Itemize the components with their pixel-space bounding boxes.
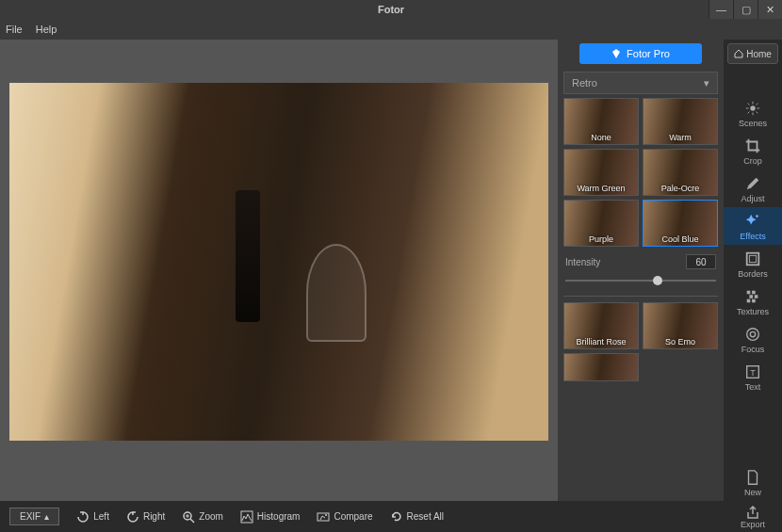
close-button[interactable]: ✕ bbox=[758, 0, 782, 19]
intensity-slider[interactable] bbox=[565, 273, 716, 288]
reset-all-button[interactable]: Reset All bbox=[390, 510, 444, 524]
svg-line-5 bbox=[748, 104, 750, 105]
minimize-button[interactable]: — bbox=[709, 0, 733, 19]
zoom-icon bbox=[182, 510, 195, 524]
tool-crop[interactable]: Crop bbox=[724, 132, 782, 169]
menubar: File Help bbox=[0, 19, 782, 40]
effect-pale-ocre[interactable]: Pale-Ocre bbox=[643, 149, 718, 196]
home-icon bbox=[734, 49, 743, 58]
tool-effects[interactable]: Effects bbox=[724, 207, 782, 245]
effect-cool-blue[interactable]: Cool Blue bbox=[643, 200, 718, 247]
rotate-left-icon bbox=[76, 510, 90, 524]
effect-warm[interactable]: Warm bbox=[643, 98, 718, 145]
svg-rect-15 bbox=[755, 295, 758, 298]
svg-rect-11 bbox=[749, 255, 756, 262]
sparkle-icon bbox=[744, 213, 761, 230]
svg-rect-17 bbox=[752, 299, 756, 303]
tool-focus[interactable]: Focus bbox=[724, 320, 782, 358]
panel-header: Fotor Pro bbox=[558, 40, 724, 68]
diamond-icon bbox=[611, 49, 621, 58]
tool-scenes[interactable]: Scenes bbox=[724, 94, 782, 132]
pro-label: Fotor Pro bbox=[627, 48, 670, 59]
titlebar: Fotor — ▢ ✕ bbox=[0, 0, 782, 19]
svg-rect-10 bbox=[747, 253, 759, 266]
svg-rect-14 bbox=[749, 295, 753, 298]
fotor-pro-button[interactable]: Fotor Pro bbox=[579, 43, 702, 64]
zoom-button[interactable]: Zoom bbox=[182, 510, 223, 524]
tool-text[interactable]: T Text bbox=[724, 358, 782, 395]
new-file-icon bbox=[744, 469, 761, 486]
effect-thumbnails: None Warm Warm Green Pale-Ocre Purple Co… bbox=[558, 94, 724, 250]
effect-none[interactable]: None bbox=[563, 98, 639, 145]
window-controls: — ▢ ✕ bbox=[709, 0, 782, 19]
exif-button[interactable]: EXIF ▴ bbox=[9, 508, 59, 525]
tool-export[interactable]: Export bbox=[724, 501, 782, 532]
app-title: Fotor bbox=[378, 4, 404, 15]
tool-adjust[interactable]: Adjust bbox=[724, 169, 782, 207]
compare-button[interactable]: Compare bbox=[317, 510, 372, 524]
tool-new[interactable]: New bbox=[724, 463, 782, 501]
main-area: Fotor Pro Retro ▾ None Warm Warm Green P… bbox=[0, 40, 782, 501]
text-icon: T bbox=[744, 363, 761, 380]
home-label: Home bbox=[746, 49, 772, 59]
tool-textures[interactable]: Textures bbox=[724, 282, 782, 320]
slider-line bbox=[565, 280, 716, 282]
svg-rect-12 bbox=[747, 291, 751, 295]
borders-icon bbox=[744, 250, 761, 267]
menu-file[interactable]: File bbox=[6, 24, 23, 35]
compare-icon bbox=[317, 510, 330, 524]
rotate-left-button[interactable]: Left bbox=[76, 510, 109, 524]
textures-icon bbox=[744, 288, 761, 305]
svg-point-19 bbox=[750, 331, 755, 336]
export-icon bbox=[745, 505, 760, 520]
svg-rect-16 bbox=[747, 299, 751, 303]
intensity-label: Intensity bbox=[565, 257, 600, 267]
svg-line-23 bbox=[190, 519, 194, 523]
effect-more[interactable] bbox=[563, 353, 639, 381]
svg-point-18 bbox=[747, 329, 759, 341]
effect-warm-green[interactable]: Warm Green bbox=[563, 149, 639, 196]
effect-brilliant-rose[interactable]: Brilliant Rose bbox=[563, 302, 639, 349]
sun-icon bbox=[744, 100, 761, 117]
chevron-down-icon: ▾ bbox=[704, 77, 709, 89]
reset-icon bbox=[390, 510, 403, 524]
right-sidebar: Home Scenes Crop Adjust Effects Borders … bbox=[724, 40, 782, 501]
rotate-right-button[interactable]: Right bbox=[126, 510, 165, 524]
pencil-icon bbox=[744, 175, 761, 192]
histogram-icon bbox=[240, 510, 253, 524]
crop-icon bbox=[744, 137, 761, 154]
rotate-right-icon bbox=[126, 510, 139, 524]
tool-borders[interactable]: Borders bbox=[724, 245, 782, 282]
effects-panel: Fotor Pro Retro ▾ None Warm Warm Green P… bbox=[558, 40, 724, 501]
menu-help[interactable]: Help bbox=[36, 24, 57, 35]
photo-preview[interactable] bbox=[9, 83, 548, 441]
maximize-button[interactable]: ▢ bbox=[733, 0, 758, 19]
effect-so-emo[interactable]: So Emo bbox=[643, 302, 718, 349]
category-label: Retro bbox=[572, 77, 597, 89]
home-button[interactable]: Home bbox=[727, 43, 778, 64]
svg-text:T: T bbox=[750, 368, 756, 378]
svg-point-0 bbox=[750, 105, 755, 110]
bottombar: EXIF ▴ Left Right Zoom Histogram Compare… bbox=[0, 501, 782, 532]
svg-point-28 bbox=[325, 514, 327, 516]
svg-line-6 bbox=[757, 112, 758, 114]
canvas-area bbox=[0, 40, 558, 501]
histogram-button[interactable]: Histogram bbox=[240, 510, 301, 524]
svg-line-8 bbox=[757, 104, 758, 105]
effect-thumbnails-2: Brilliant Rose So Emo bbox=[558, 298, 724, 385]
intensity-value[interactable]: 60 bbox=[686, 254, 716, 269]
svg-rect-13 bbox=[752, 291, 756, 295]
svg-line-7 bbox=[748, 112, 750, 114]
intensity-row: Intensity 60 bbox=[558, 250, 724, 273]
slider-knob[interactable] bbox=[653, 276, 662, 285]
svg-point-9 bbox=[756, 215, 758, 218]
effect-category-dropdown[interactable]: Retro ▾ bbox=[563, 72, 718, 94]
effect-purple[interactable]: Purple bbox=[563, 200, 639, 247]
focus-icon bbox=[744, 326, 761, 343]
divider bbox=[563, 296, 718, 297]
chevron-up-icon: ▴ bbox=[44, 511, 49, 522]
